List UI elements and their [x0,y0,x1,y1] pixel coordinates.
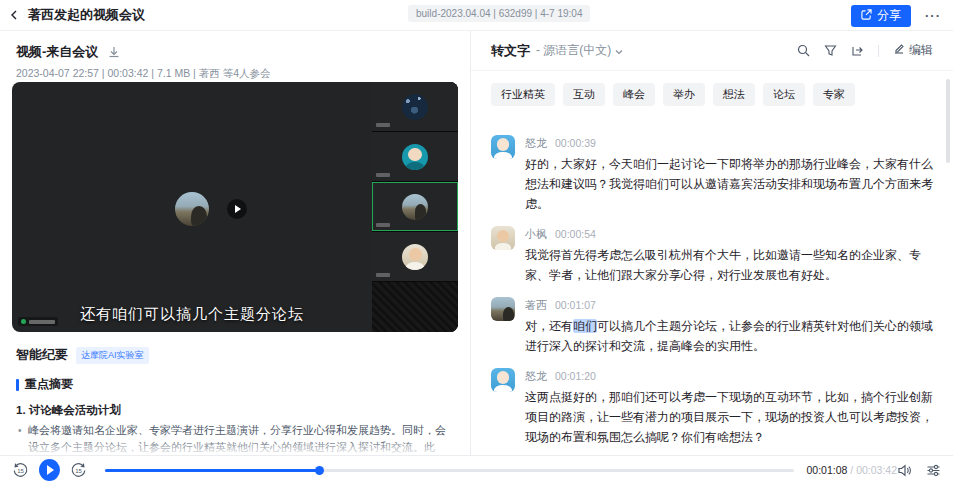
forward-15-label: 15 [75,468,82,474]
message-timestamp[interactable]: 00:00:39 [555,137,596,149]
forward-15-button[interactable]: 15 [70,462,87,479]
participant-name-minitext [376,223,390,227]
keyword-tag[interactable]: 想法 [713,83,755,106]
transcript-message: 怒龙00:01:20这两点挺好的，那咱们还可以考虑一下现场的互动环节，比如，搞个… [491,368,933,447]
chevron-left-icon [9,6,19,24]
volume-icon[interactable] [897,463,912,478]
smart-summary-title: 智能纪要 [16,346,68,364]
video-player[interactable]: 还有咱们可以搞几个主题分论坛 [12,82,458,332]
transcript-message: 著西00:01:07对，还有咱们可以搞几个主题分论坛，让参会的行业精英针对他们关… [491,297,933,356]
source-language-dropdown[interactable]: - 源语言(中文) [536,42,623,59]
message-header: 怒龙00:01:20 [525,369,933,383]
transcript-scrollbar[interactable] [946,79,950,163]
transcript-list: 怒龙00:00:39好的，大家好，今天咱们一起讨论一下即将举办的那场行业峰会，大… [491,135,933,455]
key-points-heading: 重点摘要 [25,376,73,393]
message-text[interactable]: 好的，大家好，今天咱们一起讨论一下即将举办的那场行业峰会，大家有什么想法和建议吗… [525,154,933,214]
empty-tile-area [372,282,458,332]
tag-list: 行业精英互动峰会举办想法论坛专家 [471,71,953,108]
video-section-title: 视频-来自会议 [16,43,98,61]
rewind-15-label: 15 [17,468,24,474]
video-subtitle: 还有咱们可以搞几个主题分论坛 [12,305,372,324]
message-timestamp[interactable]: 00:01:20 [555,370,596,382]
download-icon[interactable] [108,46,120,58]
participant-tile[interactable] [372,232,458,282]
message-header: 怒龙00:00:39 [525,136,933,150]
message-text[interactable]: 我觉得首先得考虑怎么吸引杭州有个大牛，比如邀请一些知名的企业家、专家、学者，让他… [525,245,933,285]
video-main-stage: 还有咱们可以搞几个主题分论坛 [12,82,372,332]
message-main: 怒龙00:01:20这两点挺好的，那咱们还可以考虑一下现场的互动环节，比如，搞个… [525,368,933,447]
share-button[interactable]: 分享 [851,5,911,27]
participant-avatar [402,94,428,120]
share-icon [861,9,872,23]
edit-button[interactable]: 编辑 [893,42,933,59]
export-icon[interactable] [851,44,864,57]
participant-tile[interactable] [372,132,458,182]
edit-button-label: 编辑 [909,42,933,59]
total-time: / 00:03:42 [850,464,897,476]
video-metadata: 2023-04-07 22:57 | 00:03:42 | 7.1 MB | 著… [0,61,470,81]
transcript-title: 转文字 [491,42,530,60]
transcript-panel: 转文字 - 源语言(中文) 编辑 行 [470,31,953,455]
transcript-message: 小枫00:00:54我觉得首先得考虑怎么吸引杭州有个大牛，比如邀请一些知名的企业… [491,226,933,285]
video-panel: 视频-来自会议 2023-04-07 22:57 | 00:03:42 | 7.… [0,31,470,455]
filter-icon[interactable] [824,44,837,57]
keyword-tag[interactable]: 互动 [563,83,605,106]
keyword-tag[interactable]: 论坛 [763,83,805,106]
seek-handle[interactable] [315,466,324,475]
speaker-avatar [491,135,515,159]
participant-tile-strip [372,82,458,332]
back-button[interactable] [0,0,28,31]
more-button[interactable]: ··· [925,8,941,23]
seek-fill [105,469,319,472]
current-time: 00:01:08 [806,464,847,476]
message-timestamp[interactable]: 00:01:07 [555,299,596,311]
participant-tile[interactable] [372,182,458,232]
transcript-message: 怒龙00:00:39好的，大家好，今天咱们一起讨论一下即将举办的那场行业峰会，大… [491,135,933,214]
playback-bar: 15 15 00:01:08 / 00:03:42 [0,455,953,484]
message-text[interactable]: 对，还有咱们可以搞几个主题分论坛，让参会的行业精英针对他们关心的领域进行深入的探… [525,316,933,356]
section-accent-bar [16,379,19,391]
time-display: 00:01:08 / 00:03:42 [806,464,897,476]
keyword-tag[interactable]: 专家 [813,83,855,106]
speaker-avatar [491,226,515,250]
participant-avatar [402,194,428,220]
summary-item-list: 1. 讨论峰会活动计划峰会将邀请知名企业家、专家学者进行主题演讲，分享行业心得和… [16,403,454,455]
message-main: 著西00:01:07对，还有咱们可以搞几个主题分论坛，让参会的行业精英针对他们关… [525,297,933,356]
keyword-tag[interactable]: 行业精英 [491,83,555,106]
share-button-label: 分享 [877,7,901,24]
video-play-overlay-button[interactable] [227,199,247,219]
participant-avatar [402,144,428,170]
play-button[interactable] [39,459,60,481]
build-version-badge: build-2023.04.04 | 632d99 | 4-7 19:04 [408,5,590,22]
keyword-tag[interactable]: 举办 [663,83,705,106]
message-header: 小枫00:00:54 [525,227,933,241]
summary-item: 1. 讨论峰会活动计划峰会将邀请知名企业家、专家学者进行主题演讲，分享行业心得和… [16,403,454,455]
keyword-tag[interactable]: 峰会 [613,83,655,106]
seek-bar[interactable] [105,464,794,476]
message-header: 著西00:01:07 [525,298,933,312]
top-bar: 著西发起的视频会议 build-2023.04.04 | 632d99 | 4-… [0,0,953,31]
highlighted-word: 咱们 [573,319,597,333]
playback-settings-icon[interactable] [926,463,941,478]
speaker-name: 怒龙 [525,369,547,384]
speaker-name: 小枫 [525,227,547,242]
search-icon[interactable] [797,44,810,57]
speaker-avatar [491,368,515,392]
pencil-icon [893,43,905,58]
ai-lab-badge: 达摩院AI实验室 [76,347,149,364]
participant-tile[interactable] [372,82,458,132]
rewind-15-button[interactable]: 15 [12,462,29,479]
message-text[interactable]: 这两点挺好的，那咱们还可以考虑一下现场的互动环节，比如，搞个行业创新项目的路演，… [525,387,933,447]
participant-avatar [402,244,428,270]
text-segment: 对，还有 [525,319,573,333]
message-main: 小枫00:00:54我觉得首先得考虑怎么吸引杭州有个大牛，比如邀请一些知名的企业… [525,226,933,285]
page-title: 著西发起的视频会议 [28,6,145,24]
transcript-scroll-area[interactable]: 怒龙00:00:39好的，大家好，今天咱们一起讨论一下即将举办的那场行业峰会，大… [471,127,953,455]
participant-name-minitext [376,173,390,177]
chevron-down-icon [615,44,623,58]
speaker-name: 怒龙 [525,136,547,151]
participant-name-minitext [376,123,390,127]
toolbar-divider [878,45,879,57]
summary-item-body: 峰会将邀请知名企业家、专家学者进行主题演讲，分享行业心得和发展趋势。同时，会设立… [16,422,454,455]
message-timestamp[interactable]: 00:00:54 [555,228,596,240]
